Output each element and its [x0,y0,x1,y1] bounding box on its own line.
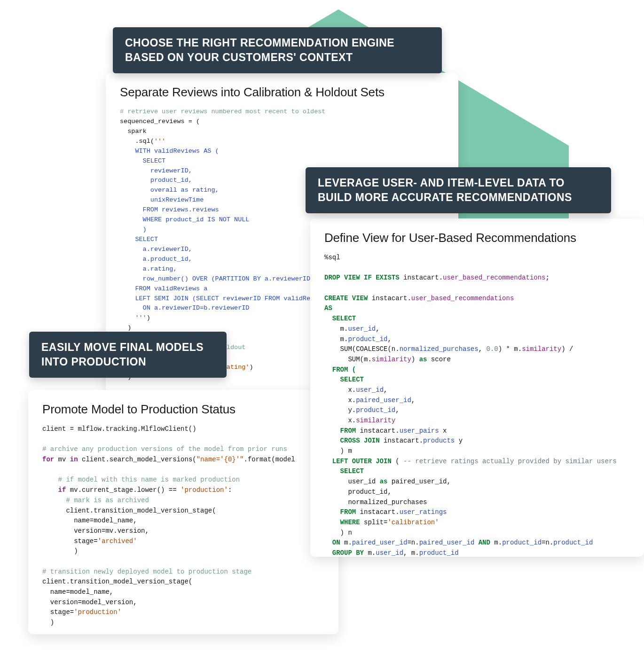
callout-line: EASILY MOVE FINAL MODELS [41,340,214,355]
callout-line: BUILD MORE ACCURATE RECOMMENDATIONS [318,190,599,205]
card-title: Promote Model to Production Status [42,402,324,417]
callout-line: BASED ON YOUR CUSTOMERS' CONTEXT [125,50,430,65]
callout-line: LEVERAGE USER- AND ITEM-LEVEL DATA TO [318,176,599,190]
callout-left: EASILY MOVE FINAL MODELS INTO PRODUCTION [29,332,227,378]
card-define-view: Define View for User-Based Recommendatio… [310,218,644,557]
code-block-card3: client = mlflow.tracking.MlflowClient() … [42,424,324,628]
callout-line: INTO PRODUCTION [41,355,214,369]
callout-right: LEVERAGE USER- AND ITEM-LEVEL DATA TO BU… [306,167,611,213]
code-block-card2: %sql DROP VIEW IF EXISTS instacart.user_… [324,253,630,557]
card-title: Separate Reviews into Calibration & Hold… [120,85,444,100]
card-promote-model: Promote Model to Production Status clien… [28,390,338,634]
callout-top: CHOOSE THE RIGHT RECOMMENDATION ENGINE B… [113,27,442,73]
callout-line: CHOOSE THE RIGHT RECOMMENDATION ENGINE [125,36,430,50]
card-title: Define View for User-Based Recommendatio… [324,231,630,245]
